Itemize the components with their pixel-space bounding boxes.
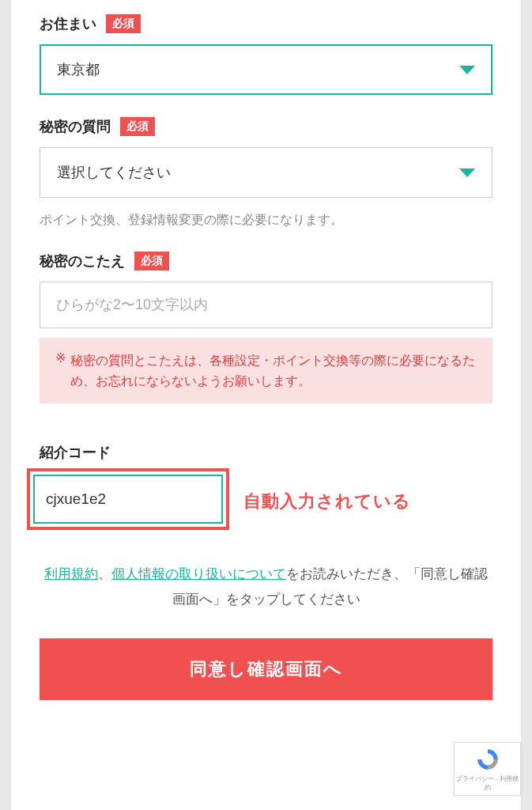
secret-question-select[interactable]: 選択してください [40,147,492,198]
terms-link[interactable]: 利用規約 [44,566,98,581]
recaptcha-logo-icon [455,743,520,773]
recaptcha-footer: プライバシー - 利用規約 [455,773,520,795]
secret-question-placeholder: 選択してください [57,163,171,182]
referral-label: 紹介コード [40,443,111,462]
residence-select[interactable]: 東京都 [40,44,492,95]
secret-answer-input[interactable] [40,282,492,328]
required-badge: 必須 [134,252,169,271]
label-row: お住まい 必須 [40,14,492,33]
chevron-down-icon [459,168,475,177]
submit-button[interactable]: 同意し確認画面へ [40,638,492,700]
residence-value: 東京都 [57,60,100,79]
secret-question-helper: ポイント交換、登録情報変更の際に必要になります。 [40,210,492,229]
secret-answer-warning: ※ 秘密の質問とこたえは、各種設定・ポイント交換等の際に必要になるため、お忘れに… [40,338,492,403]
recaptcha-badge: プライバシー - 利用規約 [454,742,521,796]
secret-answer-label: 秘密のこたえ [40,252,125,271]
warning-marker: ※ [55,350,66,391]
required-badge: 必須 [106,14,141,33]
referral-row: 自動入力されている [40,473,492,530]
field-secret-answer: 秘密のこたえ 必須 ※ 秘密の質問とこたえは、各種設定・ポイント交換等の際に必要… [40,252,492,403]
field-referral: 紹介コード 自動入力されている [40,443,492,530]
field-secret-question: 秘密の質問 必須 選択してください ポイント交換、登録情報変更の際に必要になりま… [40,117,492,229]
warning-text: 秘密の質問とこたえは、各種設定・ポイント交換等の際に必要になるため、お忘れになら… [70,350,477,391]
residence-label: お住まい [40,14,96,33]
required-badge: 必須 [120,117,155,136]
chevron-down-icon [459,66,475,74]
secret-question-label: 秘密の質問 [40,117,111,136]
terms-text: 利用規約、個人情報の取り扱いについてをお読みいただき、「同意し確認画面へ」をタッ… [40,562,492,613]
referral-annotation: 自動入力されている [243,490,411,513]
referral-input[interactable] [33,475,223,524]
label-row: 秘密の質問 必須 [40,117,492,136]
privacy-link[interactable]: 個人情報の取り扱いについて [111,566,286,581]
label-row: 秘密のこたえ 必須 [40,252,492,271]
field-residence: お住まい 必須 東京都 [40,14,492,95]
label-row: 紹介コード [32,443,492,462]
referral-highlight-box [27,468,229,530]
registration-form: お住まい 必須 東京都 秘密の質問 必須 選択してください ポイント交換、登録情… [11,0,521,810]
terms-separator: 、 [98,566,111,581]
